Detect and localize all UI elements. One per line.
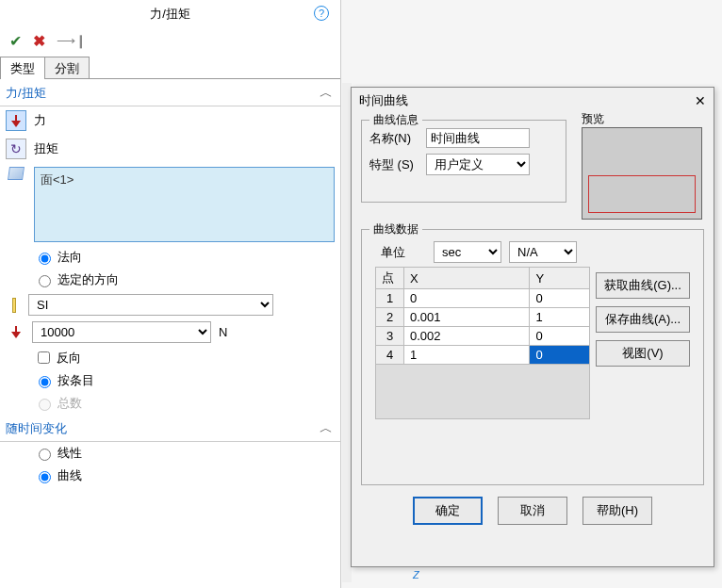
unit-system-select[interactable]: SI (28, 294, 273, 316)
radio-selected-dir-label: 选定的方向 (57, 271, 119, 288)
radio-curve-label: 曲线 (57, 467, 82, 484)
help-button[interactable]: 帮助(H) (583, 497, 652, 525)
col-y: Y (530, 268, 590, 289)
radio-curve[interactable] (39, 471, 51, 483)
curve-type-select[interactable]: 用户定义 (426, 154, 530, 175)
selection-list[interactable]: 面<1> (34, 167, 335, 242)
radio-linear[interactable] (39, 449, 51, 461)
table-row[interactable]: 100 (376, 289, 590, 308)
radio-total (39, 399, 51, 411)
curve-preview (582, 127, 702, 220)
table-row[interactable]: 30.0020 (376, 327, 590, 346)
radio-normal-label: 法向 (57, 249, 82, 266)
force-label: 力 (34, 112, 46, 129)
face-select-icon[interactable] (8, 167, 25, 180)
force-unit-label: N (219, 325, 227, 339)
section-force-header: 力/扭矩 (6, 85, 46, 102)
col-x: X (404, 268, 530, 289)
ok-icon[interactable]: ✔ (9, 32, 22, 50)
time-curve-dialog: 时间曲线 ✕ 曲线信息 名称(N) 特型 (S) 用户定义 预览 曲线数据 单位… (351, 87, 714, 567)
ok-button[interactable]: 确定 (413, 497, 483, 525)
curve-data-legend: 曲线数据 (369, 221, 422, 237)
unit-y-select[interactable]: N/A (509, 241, 577, 263)
cancel-button[interactable]: 取消 (498, 497, 567, 525)
force-value-icon (6, 322, 26, 343)
close-icon[interactable]: ✕ (695, 93, 706, 108)
tab-type[interactable]: 类型 (0, 57, 45, 78)
preview-label: 预览 (582, 111, 604, 127)
collapse-icon[interactable]: ︿ (320, 85, 333, 102)
reverse-label: 反向 (57, 350, 81, 367)
collapse-icon-2[interactable]: ︿ (320, 420, 333, 437)
radio-per-item-label: 按条目 (57, 372, 94, 389)
view-button[interactable]: 视图(V) (596, 340, 690, 367)
table-row[interactable]: 410 (376, 346, 590, 365)
torque-label: 扭矩 (34, 140, 58, 157)
tab-split[interactable]: 分割 (44, 57, 90, 78)
panel-title: 力/扭矩 (150, 6, 190, 23)
force-value-input[interactable]: 10000 (32, 321, 211, 343)
table-row[interactable]: 20.0011 (376, 308, 590, 327)
radio-normal[interactable] (39, 253, 51, 265)
section-time-header: 随时间变化 (6, 420, 67, 437)
curve-info-legend: 曲线信息 (369, 112, 422, 128)
torque-icon[interactable]: ↻ (6, 139, 26, 159)
cancel-icon[interactable]: ✖ (33, 32, 45, 50)
name-label: 名称(N) (369, 130, 420, 147)
col-point: 点 (376, 268, 404, 289)
get-curve-button[interactable]: 获取曲线(G)... (596, 272, 690, 299)
help-icon[interactable]: ? (314, 6, 329, 21)
reverse-checkbox[interactable] (38, 351, 50, 364)
force-icon[interactable] (6, 110, 26, 131)
units-label: 单位 (381, 244, 418, 261)
unit-x-select[interactable]: sec (434, 241, 501, 263)
curve-name-input[interactable] (426, 128, 530, 148)
pin-icon[interactable]: ⟶❙ (57, 33, 87, 48)
axis-hint: Z (413, 569, 419, 580)
radio-total-label: 总数 (57, 395, 82, 412)
save-curve-button[interactable]: 保存曲线(A)... (596, 306, 690, 333)
radio-linear-label: 线性 (57, 445, 82, 462)
curve-data-table[interactable]: 点 X Y 10020.001130.0020410 (375, 267, 590, 419)
radio-per-item[interactable] (39, 376, 51, 388)
dialog-title: 时间曲线 (359, 92, 408, 109)
radio-selected-dir[interactable] (39, 275, 51, 287)
units-icon (6, 297, 23, 314)
type-label: 特型 (S) (369, 156, 420, 173)
